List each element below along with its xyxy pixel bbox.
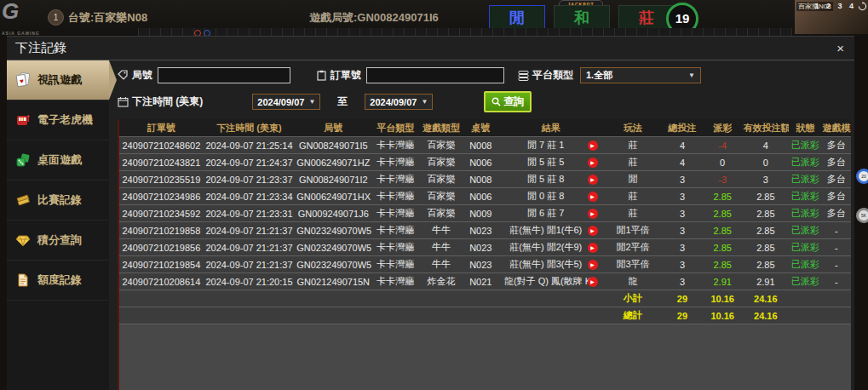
search-button[interactable]: 查詢 — [484, 91, 532, 112]
cell-platform: 卡卡灣廳 — [371, 256, 419, 273]
cell-round-no: GN009249071J6 — [295, 205, 371, 222]
cell-platform: 卡卡灣廳 — [371, 171, 419, 188]
replay-button[interactable]: ▶ — [588, 192, 598, 202]
chip-5k[interactable]: 5K — [856, 208, 868, 223]
sidebar-item-table-games[interactable]: 桌面遊戲 — [7, 141, 109, 181]
cell-payout: 2.85 — [703, 205, 743, 222]
table-row: 2409072102345922024-09-07 21:23:31GN0092… — [119, 205, 851, 222]
cell-bet-time: 2024-09-07 21:23:31 — [204, 205, 295, 222]
screen: GASIA GAMING 1 台號:百家樂N08 遊戲局號:GN00824907… — [0, 0, 868, 390]
sidebar-item-label: 視訊遊戲 — [37, 72, 82, 88]
cell-result: 閒 7 莊 1▶ — [498, 137, 604, 154]
col-game-type: 遊戲類型 — [419, 119, 463, 137]
cell-status: 已派彩 — [789, 222, 822, 239]
chip-20[interactable]: 20 — [856, 169, 868, 184]
cell-play-type: 莊 — [604, 137, 663, 154]
replay-button[interactable]: ▶ — [588, 209, 598, 219]
refresh-icon[interactable] — [858, 2, 867, 11]
platform-list-icon — [518, 70, 529, 81]
table-row: 2409072102198542024-09-07 21:21:37GN0232… — [119, 256, 851, 273]
cell-valid-bet: 2.85 — [743, 239, 789, 256]
cell-status: 已派彩 — [789, 273, 822, 290]
seat-number-badge: 1 — [48, 9, 64, 26]
cell-total-bet: 4 — [662, 154, 702, 171]
result-text: 莊(無牛) 閒2(牛9) — [504, 241, 588, 254]
replay-button[interactable]: ▶ — [588, 243, 598, 253]
replay-button[interactable]: ▶ — [588, 175, 598, 185]
cell-play-type: 莊 — [604, 188, 663, 205]
col-play-type: 玩法 — [604, 119, 663, 137]
tag-icon — [118, 70, 129, 81]
calendar-icon — [118, 96, 129, 107]
cell-game-mode: - — [822, 222, 851, 239]
round-input[interactable] — [158, 67, 290, 83]
sidebar-item-label: 電子老虎機 — [37, 112, 93, 128]
cell-bet-time: 2024-09-07 21:25:14 — [204, 137, 295, 154]
subtotal-row: 小計 29 10.16 24.16 — [119, 290, 851, 307]
platform-select-value: 1.全部 — [586, 69, 612, 82]
cell-payout: 2.85 — [703, 256, 743, 273]
replay-button[interactable]: ▶ — [588, 141, 598, 151]
cell-order-id: 240907210248602 — [119, 137, 204, 154]
cell-round-no: GN006249071HZ — [295, 154, 371, 171]
date-from-select[interactable]: 2024/09/07 ▼ — [252, 94, 320, 110]
camera-selector[interactable]: 1 2 3 4 — [814, 2, 856, 10]
cell-payout: 2.85 — [703, 222, 743, 239]
cell-round-no: GN006249071HX — [295, 188, 371, 205]
game-round-label: 遊戲局號:GN008249071I6 — [309, 10, 439, 26]
cell-order-id: 240907210208614 — [119, 273, 204, 290]
date-to-select[interactable]: 2024/09/07 ▼ — [365, 94, 433, 110]
records-table: 訂單號 下注時間 (美東) 局號 平台類型 遊戲類型 桌號 結果 玩法 總投注 … — [119, 119, 851, 324]
chevron-down-icon: ▼ — [308, 98, 315, 106]
cell-order-id: 240907210234592 — [119, 205, 204, 222]
cell-game-type: 牛牛 — [419, 256, 463, 273]
cell-valid-bet: 2.85 — [743, 205, 789, 222]
order-input[interactable] — [366, 67, 504, 83]
cell-valid-bet: 0 — [743, 154, 789, 171]
sidebar-item-match-records[interactable]: 比賽記錄 — [7, 181, 109, 221]
replay-button[interactable]: ▶ — [588, 260, 598, 270]
document-icon — [15, 272, 31, 288]
bet-tie-button[interactable]: 和 — [554, 5, 610, 31]
cell-order-id: 240907210219856 — [119, 239, 204, 256]
records-table-container: 訂單號 下注時間 (美東) 局號 平台類型 遊戲類型 桌號 結果 玩法 總投注 … — [118, 119, 851, 390]
result-text: 龍(對子 Q) 鳳(散牌 K) — [504, 275, 588, 288]
cell-game-mode: 多台 — [822, 154, 851, 171]
search-button-label: 查詢 — [503, 95, 524, 109]
cell-platform: 卡卡灣廳 — [371, 137, 419, 154]
replay-button[interactable]: ▶ — [588, 277, 598, 287]
cell-total-bet: 3 — [662, 188, 702, 205]
cell-bet-time: 2024-09-07 21:23:34 — [204, 188, 295, 205]
sidebar-item-video-games[interactable]: ♥ 視訊遊戲 — [7, 60, 109, 100]
sidebar-item-credit-records[interactable]: 額度記錄 — [7, 261, 109, 301]
cell-payout: -3 — [703, 171, 743, 188]
col-status: 狀態 — [789, 119, 822, 137]
replay-button[interactable]: ▶ — [588, 158, 598, 168]
close-icon[interactable]: × — [836, 42, 844, 54]
bet-player-button[interactable]: 閒 — [489, 5, 545, 31]
sidebar-item-label: 桌面遊戲 — [37, 152, 82, 168]
table-row: 2409072102438212024-09-07 21:24:37GN0062… — [119, 154, 851, 171]
result-text: 閒 5 莊 8 — [504, 173, 588, 186]
slot-machine-icon — [15, 112, 31, 128]
cell-status: 已派彩 — [789, 188, 822, 205]
chevron-down-icon: ▼ — [688, 72, 695, 79]
sidebar-item-slots[interactable]: 電子老虎機 — [7, 100, 109, 141]
sidebar-item-points-inquiry[interactable]: 積分查詢 — [7, 221, 109, 261]
result-text: 莊(無牛) 閒1(牛6) — [504, 224, 588, 237]
cell-bet-time: 2024-09-07 21:24:37 — [204, 154, 295, 171]
col-payout: 派彩 — [703, 119, 743, 137]
bet-records-modal: 下注記錄 × ♥ 視訊遊戲 — [7, 36, 854, 390]
table-row: 2409072102486022024-09-07 21:25:14GN0082… — [119, 137, 851, 154]
cell-game-mode: - — [822, 273, 851, 290]
cell-game-mode: 多台 — [822, 171, 851, 188]
platform-select[interactable]: 1.全部 ▼ — [580, 67, 701, 83]
cell-platform: 卡卡灣廳 — [371, 222, 419, 239]
cell-play-type: 閒3平倍 — [604, 256, 663, 273]
cell-game-mode: 多台 — [822, 205, 851, 222]
replay-button[interactable]: ▶ — [588, 226, 598, 236]
cell-platform: 卡卡灣廳 — [371, 273, 419, 290]
cell-bet-time: 2024-09-07 21:21:37 — [204, 256, 295, 273]
main-content: 局號 訂單號 平台類型 — [109, 60, 854, 390]
roadmap-strip — [138, 28, 792, 36]
